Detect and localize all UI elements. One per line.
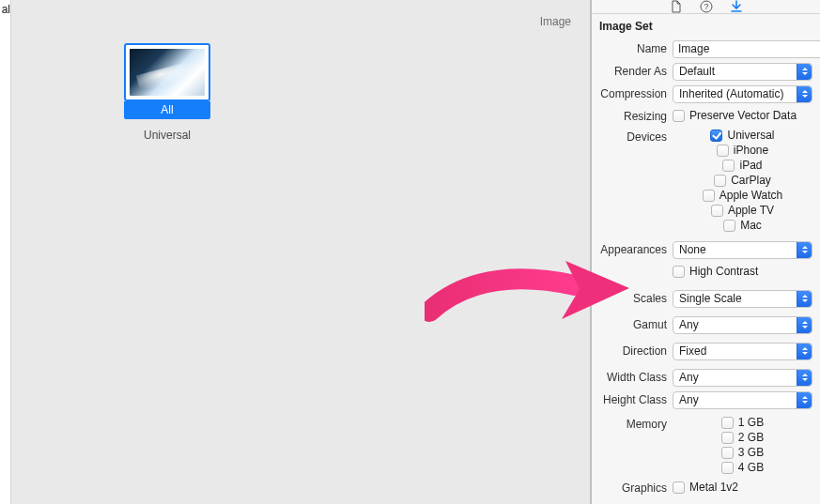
- width-class-select[interactable]: Any: [673, 369, 812, 387]
- inspector-panel: ? Image Set Name Render As Default: [591, 0, 820, 504]
- memory-group: 1 GB2 GB3 GB4 GB: [673, 416, 812, 476]
- device-checkbox-universal[interactable]: Universal: [710, 129, 774, 142]
- checkbox-icon: [722, 160, 735, 172]
- checkbox-icon: [717, 145, 729, 157]
- checkbox-icon: [673, 110, 685, 122]
- device-checkbox-apple-watch[interactable]: Apple Watch: [703, 189, 783, 202]
- checkbox-icon: [721, 432, 734, 444]
- device-checkbox-mac[interactable]: Mac: [723, 219, 762, 232]
- memory-checkbox-3-gb[interactable]: 3 GB: [721, 446, 764, 459]
- compression-select[interactable]: Inherited (Automatic): [673, 85, 812, 103]
- asset-well: All Universal: [124, 43, 210, 142]
- checkbox-icon: [673, 481, 685, 494]
- name-field[interactable]: [673, 40, 820, 58]
- attributes-inspector-icon[interactable]: [730, 0, 743, 13]
- height-class-select[interactable]: Any: [673, 391, 812, 409]
- chevron-updown-icon: [797, 86, 812, 102]
- appearances-select[interactable]: None: [673, 241, 812, 259]
- device-checkbox-apple-tv[interactable]: Apple TV: [711, 204, 774, 217]
- checkbox-icon: [711, 205, 723, 217]
- chevron-updown-icon: [797, 291, 812, 307]
- graphics-label: Graphics: [592, 481, 673, 495]
- checkbox-icon: [721, 417, 734, 429]
- asset-set-label: Universal: [144, 129, 191, 142]
- device-checkbox-carplay[interactable]: CarPlay: [714, 174, 771, 187]
- width-class-label: Width Class: [592, 371, 673, 384]
- checkbox-icon: [721, 447, 734, 459]
- checkbox-icon: [703, 190, 715, 202]
- gamut-select[interactable]: Any: [673, 316, 812, 334]
- asset-thumbnail[interactable]: [124, 43, 210, 101]
- name-label: Name: [592, 42, 673, 55]
- chevron-updown-icon: [797, 344, 812, 359]
- scales-select[interactable]: Single Scale: [673, 290, 812, 308]
- gamut-label: Gamut: [592, 318, 673, 331]
- direction-select[interactable]: Fixed: [673, 343, 812, 360]
- file-inspector-icon[interactable]: [670, 0, 683, 13]
- scales-label: Scales: [592, 292, 673, 305]
- checkbox-icon: [723, 220, 735, 232]
- memory-label: Memory: [592, 416, 673, 431]
- direction-label: Direction: [592, 344, 673, 358]
- render-as-label: Render As: [592, 65, 673, 78]
- device-checkbox-iphone[interactable]: iPhone: [717, 144, 768, 157]
- help-inspector-icon[interactable]: ?: [700, 0, 713, 13]
- memory-checkbox-2-gb[interactable]: 2 GB: [721, 431, 764, 444]
- graphics-metal-checkbox[interactable]: Metal 1v2: [673, 481, 738, 494]
- navigator-fragment: al: [2, 3, 10, 16]
- height-class-label: Height Class: [592, 393, 673, 406]
- preserve-vector-checkbox[interactable]: Preserve Vector Data: [673, 109, 797, 122]
- device-checkbox-ipad[interactable]: iPad: [722, 159, 762, 172]
- asset-canvas: Image All Universal: [11, 0, 591, 504]
- asset-image-preview: [130, 49, 205, 96]
- inspector-body: Name Render As Default Compression: [592, 37, 820, 504]
- chevron-updown-icon: [797, 64, 812, 80]
- checkbox-icon: [721, 462, 734, 474]
- section-header: Image Set: [592, 14, 820, 37]
- asset-slot-label: All: [124, 101, 210, 119]
- memory-checkbox-1-gb[interactable]: 1 GB: [721, 416, 764, 429]
- navigator-pane: al: [0, 0, 11, 504]
- compression-label: Compression: [592, 87, 673, 100]
- chevron-updown-icon: [797, 242, 812, 258]
- render-as-select[interactable]: Default: [673, 63, 812, 81]
- resizing-label: Resizing: [592, 110, 673, 123]
- high-contrast-checkbox[interactable]: High Contrast: [673, 265, 758, 278]
- checkbox-icon: [710, 130, 722, 142]
- canvas-group-label: Image: [540, 15, 571, 28]
- inspector-toolbar: ?: [592, 0, 820, 14]
- checkbox-icon: [673, 266, 685, 278]
- svg-text:?: ?: [704, 2, 708, 11]
- chevron-updown-icon: [797, 317, 812, 333]
- appearances-label: Appearances: [592, 243, 673, 256]
- devices-label: Devices: [592, 129, 673, 144]
- memory-checkbox-4-gb[interactable]: 4 GB: [721, 461, 764, 474]
- chevron-updown-icon: [797, 370, 812, 386]
- checkbox-icon: [714, 175, 726, 187]
- chevron-updown-icon: [797, 392, 812, 408]
- devices-group: UniversaliPhoneiPadCarPlayApple WatchApp…: [673, 129, 812, 234]
